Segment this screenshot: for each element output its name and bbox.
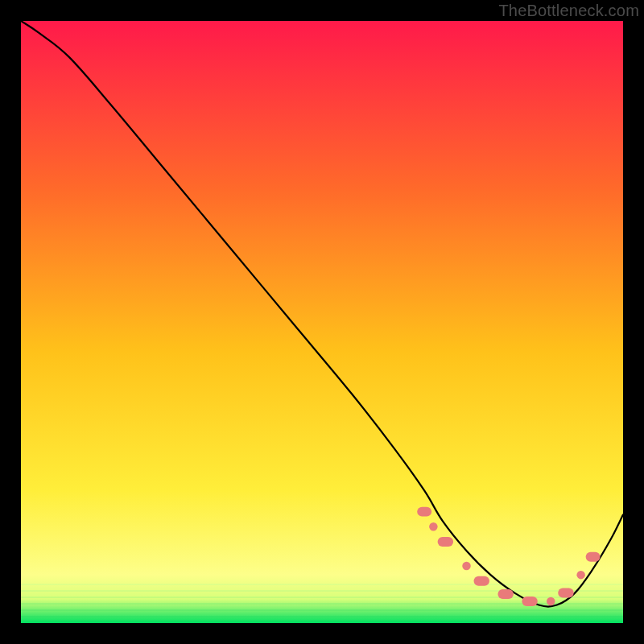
gradient-background (21, 21, 623, 623)
valley-marker (474, 576, 489, 586)
valley-marker (417, 507, 431, 517)
watermark-text: TheBottleneck.com (498, 2, 639, 20)
valley-marker (462, 562, 470, 570)
valley-marker (429, 522, 437, 530)
plot-area (21, 21, 623, 623)
valley-marker (522, 597, 537, 606)
valley-marker (576, 571, 584, 579)
valley-marker (438, 537, 453, 547)
chart-frame: TheBottleneck.com (0, 0, 644, 644)
valley-marker (497, 589, 513, 599)
valley-marker (558, 588, 573, 598)
valley-marker (547, 597, 555, 605)
valley-marker (586, 552, 601, 562)
chart-svg (21, 21, 623, 623)
